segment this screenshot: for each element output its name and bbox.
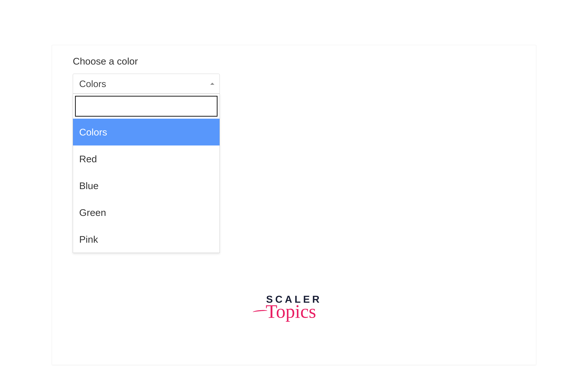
- dropdown-search-input[interactable]: [75, 96, 217, 117]
- content-panel: Choose a color Colors Colors Red: [52, 45, 536, 365]
- form-container: Choose a color Colors Colors Red: [52, 45, 536, 263]
- field-label: Choose a color: [73, 56, 515, 67]
- select-selected-value: Colors: [79, 78, 106, 89]
- brand-logo: SCALER Topics: [266, 294, 322, 320]
- color-select[interactable]: Colors: [73, 74, 220, 94]
- option-label: Green: [79, 207, 106, 218]
- option-green[interactable]: Green: [73, 199, 220, 226]
- caret-up-icon: [210, 83, 214, 85]
- option-label: Red: [79, 153, 97, 164]
- option-pink[interactable]: Pink: [73, 226, 220, 253]
- dropdown-panel: Colors Red Blue Green Pink: [73, 94, 220, 253]
- logo-text-topics: Topics: [263, 303, 319, 320]
- option-label: Blue: [79, 180, 99, 191]
- option-label: Colors: [79, 126, 107, 138]
- option-label: Pink: [79, 234, 98, 245]
- option-blue[interactable]: Blue: [73, 172, 220, 199]
- color-select-container: Colors Colors Red Blue: [73, 74, 220, 253]
- option-red[interactable]: Red: [73, 145, 220, 172]
- option-colors[interactable]: Colors: [73, 119, 220, 145]
- options-list: Colors Red Blue Green Pink: [73, 119, 220, 253]
- search-wrapper: [73, 94, 220, 119]
